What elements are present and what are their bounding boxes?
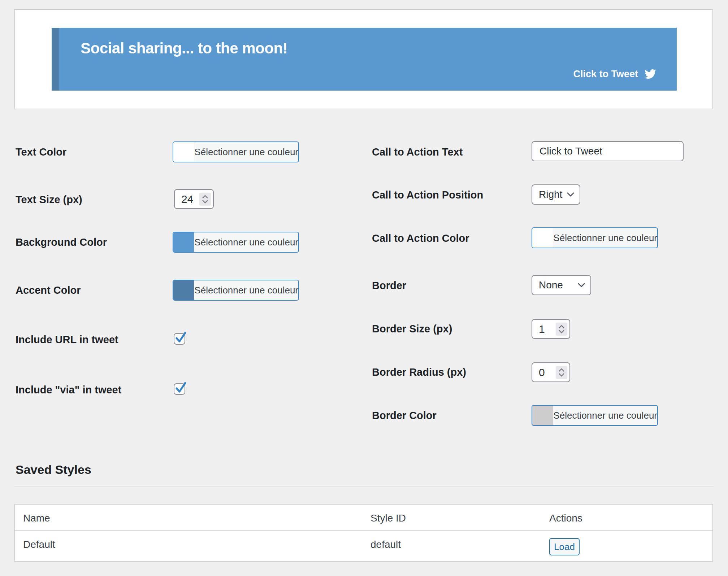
color-picker-button-label: Sélectionner une couleur bbox=[553, 406, 657, 425]
cta-color-label: Call to Action Color bbox=[372, 232, 469, 244]
style-name-cell: Default bbox=[23, 539, 55, 550]
text-size-stepper[interactable] bbox=[199, 193, 211, 206]
border-radius-stepper[interactable] bbox=[556, 366, 567, 379]
tweet-preview-banner[interactable]: Social sharing... to the moon! Click to … bbox=[52, 28, 677, 91]
text-size-input[interactable]: 24 bbox=[174, 189, 214, 209]
section-divider bbox=[14, 486, 714, 487]
click-to-tweet-link[interactable]: Click to Tweet bbox=[573, 68, 656, 80]
load-style-button[interactable]: Load bbox=[549, 538, 580, 555]
border-value: None bbox=[539, 279, 563, 291]
include-url-checkbox[interactable] bbox=[174, 333, 185, 345]
table-header-row: Name Style ID Actions bbox=[15, 505, 712, 531]
saved-styles-table: Name Style ID Actions Default default Lo… bbox=[14, 504, 713, 562]
cta-link-label: Click to Tweet bbox=[573, 69, 638, 80]
text-size-label: Text Size (px) bbox=[16, 193, 82, 206]
border-size-input[interactable]: 1 bbox=[532, 319, 570, 339]
checkmark-icon bbox=[175, 381, 186, 394]
border-label: Border bbox=[372, 279, 406, 292]
tweet-preview-panel: Social sharing... to the moon! Click to … bbox=[14, 9, 713, 109]
stepper-up-icon[interactable] bbox=[202, 195, 208, 199]
background-color-swatch bbox=[173, 232, 194, 252]
color-picker-button-label: Sélectionner une couleur bbox=[194, 142, 298, 162]
stepper-down-icon[interactable] bbox=[202, 200, 208, 204]
border-color-swatch bbox=[532, 406, 553, 425]
cta-color-swatch bbox=[532, 228, 553, 248]
border-select[interactable]: None bbox=[532, 275, 591, 295]
banner-accent-bar bbox=[52, 28, 59, 91]
column-header-actions: Actions bbox=[549, 512, 582, 524]
border-size-label: Border Size (px) bbox=[372, 323, 452, 335]
color-picker-button-label: Sélectionner une couleur bbox=[553, 228, 657, 248]
stepper-down-icon[interactable] bbox=[558, 330, 565, 333]
color-picker-button-label: Sélectionner une couleur bbox=[194, 280, 298, 300]
include-via-checkbox[interactable] bbox=[174, 383, 185, 395]
cta-position-label: Call to Action Position bbox=[372, 189, 483, 201]
cta-position-value: Right bbox=[539, 189, 562, 200]
twitter-icon bbox=[645, 68, 656, 80]
border-radius-label: Border Radius (px) bbox=[372, 366, 466, 378]
background-color-label: Background Color bbox=[16, 236, 107, 248]
cta-color-picker-button[interactable]: Sélectionner une couleur bbox=[532, 227, 658, 248]
accent-color-swatch bbox=[173, 280, 194, 300]
background-color-picker-button[interactable]: Sélectionner une couleur bbox=[173, 232, 299, 253]
text-size-value: 24 bbox=[175, 193, 193, 205]
chevron-down-icon bbox=[577, 283, 585, 288]
column-header-style-id: Style ID bbox=[370, 512, 406, 524]
border-color-label: Border Color bbox=[372, 409, 437, 422]
accent-color-label: Accent Color bbox=[16, 284, 81, 296]
border-color-picker-button[interactable]: Sélectionner une couleur bbox=[532, 405, 658, 426]
chevron-down-icon bbox=[567, 192, 575, 197]
border-size-value: 1 bbox=[532, 323, 545, 335]
column-header-name: Name bbox=[23, 512, 50, 524]
text-color-swatch bbox=[173, 142, 194, 162]
cta-text-label: Call to Action Text bbox=[372, 146, 463, 158]
border-size-stepper[interactable] bbox=[556, 323, 567, 336]
text-color-picker-button[interactable]: Sélectionner une couleur bbox=[173, 141, 299, 162]
style-id-cell: default bbox=[370, 539, 401, 550]
saved-styles-heading: Saved Styles bbox=[16, 463, 91, 477]
stepper-down-icon[interactable] bbox=[558, 373, 565, 377]
tweet-quote-text: Social sharing... to the moon! bbox=[81, 40, 287, 57]
border-radius-value: 0 bbox=[532, 366, 545, 379]
stepper-up-icon[interactable] bbox=[558, 325, 565, 329]
color-picker-button-label: Sélectionner une couleur bbox=[194, 232, 298, 252]
checkmark-icon bbox=[175, 331, 186, 344]
border-radius-input[interactable]: 0 bbox=[532, 362, 570, 382]
include-via-label: Include "via" in tweet bbox=[16, 384, 121, 396]
accent-color-picker-button[interactable]: Sélectionner une couleur bbox=[173, 280, 299, 301]
include-url-label: Include URL in tweet bbox=[16, 333, 118, 346]
text-color-label: Text Color bbox=[16, 146, 66, 158]
stepper-up-icon[interactable] bbox=[558, 368, 565, 372]
cta-position-select[interactable]: Right bbox=[532, 184, 580, 205]
cta-text-input[interactable] bbox=[532, 141, 684, 161]
